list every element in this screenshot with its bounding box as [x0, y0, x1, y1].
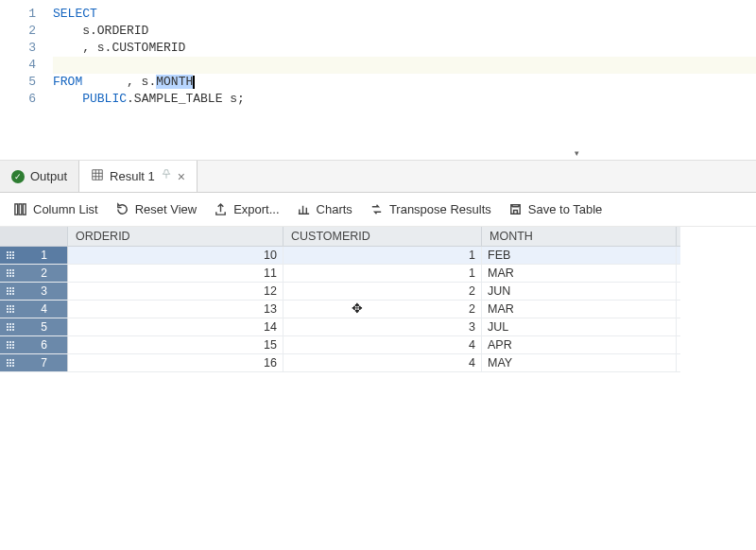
cell-customerid[interactable]: 4 [284, 336, 482, 353]
svg-rect-1 [19, 204, 22, 215]
tab-output[interactable]: ✓ Output [0, 161, 79, 192]
tab-label: Result 1 [110, 169, 155, 183]
grip-icon [0, 283, 21, 300]
line-number: 6 [0, 91, 53, 108]
row-number: 5 [21, 318, 67, 336]
line-number: 2 [0, 23, 53, 40]
table-row[interactable]: 7164MAY [0, 354, 680, 372]
column-header-month[interactable]: MONTH [482, 227, 677, 246]
button-label: Save to Table [528, 202, 603, 216]
button-label: Column List [33, 202, 98, 216]
cell-month[interactable]: MAY [482, 354, 677, 371]
line-number: 3 [0, 40, 53, 57]
results-toolbar: Column List Reset View Export... Charts … [0, 193, 756, 227]
cell-orderid[interactable]: 16 [68, 354, 284, 371]
cell-orderid[interactable]: 10 [68, 247, 284, 264]
cell-orderid[interactable]: 11 [68, 265, 284, 282]
grip-icon [0, 247, 21, 264]
code-line[interactable]: s.ORDERID [53, 23, 756, 40]
column-header-orderid[interactable]: ORDERID [68, 227, 284, 246]
row-number: 4 [21, 301, 67, 318]
tab-result-1[interactable]: Result 1 × [79, 161, 198, 192]
row-number: 3 [21, 283, 67, 301]
cell-month[interactable]: JUL [482, 318, 677, 335]
row-handle[interactable]: 2 [0, 265, 68, 282]
cell-customerid[interactable]: 2 [284, 283, 482, 300]
table-row[interactable]: 4132MAR [0, 301, 680, 318]
table-row[interactable]: 3122JUN [0, 283, 680, 301]
svg-rect-2 [23, 204, 26, 215]
button-label: Charts [317, 202, 352, 216]
grip-icon [0, 354, 21, 371]
table-row[interactable]: 5143JUL [0, 318, 680, 336]
table-row[interactable]: 6154APR [0, 336, 680, 354]
cell-customerid[interactable]: 1 [284, 265, 482, 282]
row-number: 7 [21, 354, 67, 372]
svg-rect-0 [15, 204, 18, 215]
column-list-button[interactable]: Column List [13, 202, 98, 216]
row-handle[interactable]: 6 [0, 336, 68, 353]
column-header-customerid[interactable]: CUSTOMERID [284, 227, 482, 246]
results-grid[interactable]: ORDERID CUSTOMERID MONTH 1101FEB2111MAR3… [0, 227, 680, 372]
cell-customerid[interactable]: 4 [284, 354, 482, 371]
table-row[interactable]: 1101FEB [0, 247, 680, 265]
row-handle[interactable]: 1 [0, 247, 68, 264]
grid-body: 1101FEB2111MAR3122JUN4132MAR5143JUL6154A… [0, 247, 680, 372]
cell-month[interactable]: APR [482, 336, 677, 353]
line-number: 1 [0, 6, 53, 23]
corner-cell[interactable] [0, 227, 68, 246]
reset-view-button[interactable]: Reset View [115, 202, 198, 216]
row-number: 2 [21, 265, 67, 283]
cell-month[interactable]: FEB [482, 247, 677, 264]
cell-month[interactable]: MAR [482, 265, 677, 282]
cell-customerid[interactable]: 1 [284, 247, 482, 264]
sql-editor[interactable]: 1 2 3 4 5 6 SELECT s.ORDERID , s.CUSTOME… [0, 0, 756, 161]
row-handle[interactable]: 7 [0, 354, 68, 371]
row-number: 1 [21, 247, 67, 265]
row-number: 6 [21, 336, 67, 354]
pin-icon[interactable] [161, 169, 172, 183]
cell-month[interactable]: MAR [482, 301, 677, 318]
cell-orderid[interactable]: 15 [68, 336, 284, 353]
grip-icon [0, 336, 21, 353]
grip-icon [0, 301, 21, 318]
table-row[interactable]: 2111MAR [0, 265, 680, 283]
export-button[interactable]: Export... [214, 202, 279, 216]
code-line[interactable]: SELECT [53, 6, 756, 23]
line-number: 5 [0, 74, 53, 91]
cell-orderid[interactable]: 14 [68, 318, 284, 335]
code-line[interactable]: FROM [53, 74, 756, 91]
row-handle[interactable]: 4 [0, 301, 68, 318]
code-area[interactable]: SELECT s.ORDERID , s.CUSTOMERID , s.MONT… [53, 0, 756, 160]
row-handle[interactable]: 5 [0, 318, 68, 335]
code-line[interactable]: PUBLIC.SAMPLE_TABLE s; [53, 91, 756, 108]
cell-orderid[interactable]: 13 [68, 301, 284, 318]
grip-icon [0, 265, 21, 282]
tab-label: Output [30, 169, 67, 183]
close-icon[interactable]: × [178, 169, 185, 184]
button-label: Reset View [135, 202, 198, 216]
save-to-table-button[interactable]: Save to Table [508, 202, 603, 216]
result-tabs: ✓ Output Result 1 × [0, 161, 756, 193]
cell-customerid[interactable]: 3 [284, 318, 482, 335]
cell-orderid[interactable]: 12 [68, 283, 284, 300]
grip-icon [0, 318, 21, 335]
success-icon: ✓ [11, 170, 25, 183]
grid-header: ORDERID CUSTOMERID MONTH [0, 227, 680, 247]
cell-month[interactable]: JUN [482, 283, 677, 300]
cell-customerid[interactable]: 2 [284, 301, 482, 318]
chevron-down-icon[interactable]: ▾ [575, 148, 579, 158]
line-gutter: 1 2 3 4 5 6 [0, 0, 53, 160]
grid-icon [91, 168, 104, 184]
line-number: 4 [0, 57, 53, 74]
transpose-button[interactable]: Transpose Results [369, 202, 491, 216]
row-handle[interactable]: 3 [0, 283, 68, 300]
button-label: Transpose Results [389, 202, 491, 216]
button-label: Export... [233, 202, 279, 216]
code-line[interactable]: , s.MONTH [53, 57, 756, 74]
code-line[interactable]: , s.CUSTOMERID [53, 40, 756, 57]
charts-button[interactable]: Charts [297, 202, 352, 216]
